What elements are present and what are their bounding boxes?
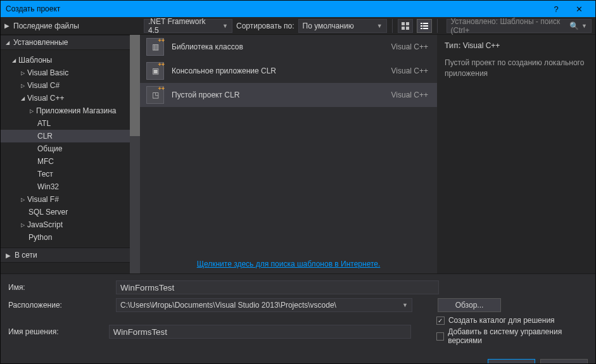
svg-rect-7 xyxy=(423,25,428,27)
search-icon: 🔍 xyxy=(569,22,579,30)
template-name: Пустой проект CLR xyxy=(172,91,391,99)
view-list-button[interactable] xyxy=(417,19,432,33)
tree-js[interactable]: ▷JavaScript xyxy=(1,218,140,231)
type-value: Visual C++ xyxy=(463,41,500,50)
search-placeholder: Установлено: Шаблоны - поиск (Ctrl+ xyxy=(451,17,570,35)
sort-label: Сортировать по: xyxy=(236,22,295,30)
svg-rect-4 xyxy=(421,23,422,24)
svg-rect-1 xyxy=(406,22,409,25)
details-panel: Тип: Visual C++ Пустой проект по создани… xyxy=(437,35,595,273)
sort-value: По умолчанию xyxy=(303,22,354,30)
browse-button[interactable]: Обзор... xyxy=(438,298,501,312)
template-name: Консольное приложение CLR xyxy=(172,66,391,75)
close-button[interactable]: ✕ xyxy=(567,4,590,14)
tree-general[interactable]: Общие xyxy=(1,142,140,155)
help-button[interactable]: ? xyxy=(545,4,567,14)
online-templates-link[interactable]: Щелкните здесь для поиска шаблонов в Инт… xyxy=(197,260,381,268)
installed-label: Установленные xyxy=(13,38,68,47)
recent-files-link[interactable]: Последние файлы xyxy=(13,22,79,30)
tree-clr[interactable]: CLR xyxy=(1,130,140,142)
template-name: Библиотека классов xyxy=(172,42,391,51)
tree-store[interactable]: ▷Приложения Магазина xyxy=(1,104,140,117)
chevron-down-icon: ▼ xyxy=(216,23,228,29)
type-label: Тип: xyxy=(445,41,461,50)
name-label: Имя: xyxy=(8,283,116,292)
sidebar: ◢ Установленные ◢Шаблоны ▷Visual Basic ▷… xyxy=(1,35,140,273)
add-scm-label: Добавить в систему управления версиями xyxy=(448,327,588,345)
framework-value: .NET Framework 4.5 xyxy=(148,17,216,35)
add-scm-checkbox[interactable]: Добавить в систему управления версиями xyxy=(436,327,588,345)
svg-rect-9 xyxy=(423,28,428,29)
separator xyxy=(437,19,438,33)
svg-rect-2 xyxy=(402,27,405,30)
location-value: C:\Users\Игорь\Documents\Visual Studio 2… xyxy=(120,301,336,310)
tree-mfc[interactable]: MFC xyxy=(1,155,140,168)
solution-label: Имя решения: xyxy=(8,327,109,336)
template-list: ▥++ Библиотека классов Visual C++ ▣++ Ко… xyxy=(140,35,437,256)
template-lang: Visual C++ xyxy=(391,91,428,99)
tree-templates[interactable]: ◢Шаблоны xyxy=(1,54,140,66)
ok-button[interactable]: OK xyxy=(488,359,535,364)
cancel-button[interactable]: Отмена xyxy=(540,359,588,364)
tree-atl[interactable]: ATL xyxy=(1,117,140,130)
chevron-right-icon: ▶ xyxy=(6,252,11,259)
checkbox-unchecked-icon xyxy=(436,332,444,341)
scrollbar[interactable] xyxy=(130,35,140,273)
console-app-icon: ▣++ xyxy=(146,62,164,80)
create-dir-label: Создать каталог для решения xyxy=(448,316,555,325)
tree-fs[interactable]: ▷Visual F# xyxy=(1,193,140,206)
svg-rect-5 xyxy=(423,23,428,24)
template-row[interactable]: ◳++ Пустой проект CLR Visual C++ xyxy=(140,83,437,107)
view-grid-button[interactable] xyxy=(398,19,413,33)
template-lang: Visual C++ xyxy=(391,42,428,51)
tree-test[interactable]: Тест xyxy=(1,168,140,180)
template-row[interactable]: ▥++ Библиотека классов Visual C++ xyxy=(140,35,437,59)
tree-cs[interactable]: ▷Visual C# xyxy=(1,79,140,92)
location-label: Расположение: xyxy=(8,301,116,310)
name-input[interactable] xyxy=(116,280,439,294)
location-combo[interactable]: C:\Users\Игорь\Documents\Visual Studio 2… xyxy=(116,298,412,312)
online-label: В сети xyxy=(15,251,37,260)
svg-rect-8 xyxy=(421,28,422,29)
tree-vb[interactable]: ▷Visual Basic xyxy=(1,66,140,79)
create-dir-checkbox[interactable]: ✓ Создать каталог для решения xyxy=(436,316,588,325)
chevron-down-icon: ▼ xyxy=(581,23,587,29)
window-title: Создать проект xyxy=(6,4,545,13)
sort-combo[interactable]: По умолчанию ▼ xyxy=(298,19,387,33)
tree-python[interactable]: Python xyxy=(1,231,140,244)
svg-rect-6 xyxy=(421,25,422,27)
solution-input[interactable] xyxy=(109,325,411,339)
checkbox-checked-icon: ✓ xyxy=(436,317,445,325)
tree-sql[interactable]: SQL Server xyxy=(1,206,140,218)
tree-cpp[interactable]: ◢Visual C++ xyxy=(1,92,140,104)
chevron-down-icon: ◢ xyxy=(6,40,10,46)
template-lang: Visual C++ xyxy=(391,66,428,75)
class-library-icon: ▥++ xyxy=(146,38,164,56)
framework-combo[interactable]: .NET Framework 4.5 ▼ xyxy=(144,19,232,33)
scrollbar-thumb[interactable] xyxy=(130,35,140,136)
installed-section[interactable]: ◢ Установленные xyxy=(1,35,140,50)
separator xyxy=(392,19,393,33)
chevron-right-icon: ▶ xyxy=(4,22,10,29)
chevron-down-icon: ▼ xyxy=(371,23,383,29)
template-row[interactable]: ▣++ Консольное приложение CLR Visual C++ xyxy=(140,59,437,83)
tree-win32[interactable]: Win32 xyxy=(1,180,140,193)
empty-project-icon: ◳++ xyxy=(146,86,164,104)
online-section[interactable]: ▶ В сети xyxy=(1,248,140,263)
svg-rect-0 xyxy=(402,22,405,25)
chevron-down-icon: ▼ xyxy=(402,302,408,308)
description: Пустой проект по созданию локального при… xyxy=(445,58,588,79)
svg-rect-3 xyxy=(406,27,409,30)
search-input[interactable]: Установлено: Шаблоны - поиск (Ctrl+ 🔍 ▼ xyxy=(447,19,592,33)
